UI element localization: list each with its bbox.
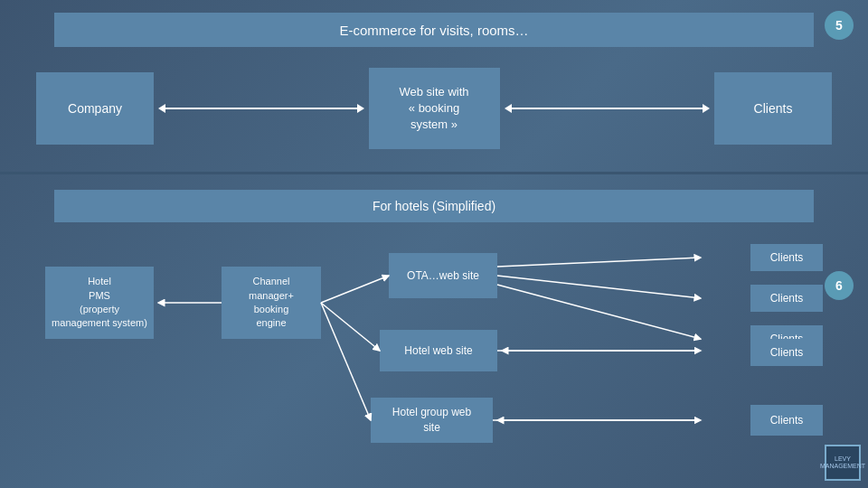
- ota-label: OTA…web site: [407, 269, 479, 282]
- clients-top-box: Clients: [714, 72, 832, 145]
- channel-label: Channelmanager+bookingengine: [249, 275, 294, 331]
- svg-line-4: [497, 258, 701, 267]
- arrow-left-2: [505, 104, 512, 113]
- clients-label-2: Clients: [770, 292, 804, 305]
- clients-box-1: Clients: [750, 244, 823, 271]
- svg-line-6: [497, 285, 701, 339]
- arrow-right-2: [703, 104, 710, 113]
- clients-label-4: Clients: [770, 346, 804, 359]
- svg-line-2: [321, 303, 380, 351]
- clients-box-4: Clients: [750, 339, 823, 366]
- svg-line-3: [321, 303, 371, 420]
- booking-box: Web site with« bookingsystem »: [369, 68, 500, 149]
- hotel-group-box: Hotel group website: [371, 398, 493, 443]
- clients-label-1: Clients: [770, 251, 804, 264]
- clients-top-label: Clients: [754, 101, 793, 116]
- hotel-pms-label: HotelPMS(propertymanagement system): [52, 275, 147, 331]
- ota-box: OTA…web site: [389, 253, 497, 298]
- arrow-right-1: [357, 104, 364, 113]
- svg-line-5: [497, 276, 701, 298]
- logo-text: LEVYMANAGEMENT: [820, 455, 865, 471]
- slide: 5 E-commerce for visits, rooms… Company …: [0, 0, 868, 488]
- clients-label-5: Clients: [770, 414, 804, 427]
- clients-box-2: Clients: [750, 285, 823, 312]
- company-box: Company: [36, 72, 154, 145]
- top-row: Company Web site with« bookingsystem » C…: [36, 63, 832, 154]
- ecommerce-bar: E-commerce for visits, rooms…: [54, 13, 814, 47]
- company-label: Company: [68, 101, 122, 116]
- ecommerce-title: E-commerce for visits, rooms…: [339, 23, 528, 38]
- hotel-group-label: Hotel group website: [392, 405, 471, 436]
- logo: LEVYMANAGEMENT: [825, 445, 861, 481]
- channel-box: Channelmanager+bookingengine: [222, 267, 321, 339]
- svg-line-1: [321, 276, 389, 303]
- h-divider: [0, 172, 868, 174]
- arrow-left-1: [158, 104, 165, 113]
- badge-5: 5: [825, 11, 854, 40]
- hotels-title: For hotels (Simplified): [373, 199, 495, 213]
- hotel-web-box: Hotel web site: [380, 330, 497, 371]
- clients-box-5: Clients: [750, 405, 823, 436]
- hotel-web-label: Hotel web site: [404, 344, 472, 357]
- hotels-bar: For hotels (Simplified): [54, 190, 814, 222]
- booking-label: Web site with« bookingsystem »: [399, 84, 468, 134]
- hotel-pms-box: HotelPMS(propertymanagement system): [45, 267, 154, 339]
- diagram: HotelPMS(propertymanagement system) Chan…: [27, 239, 841, 470]
